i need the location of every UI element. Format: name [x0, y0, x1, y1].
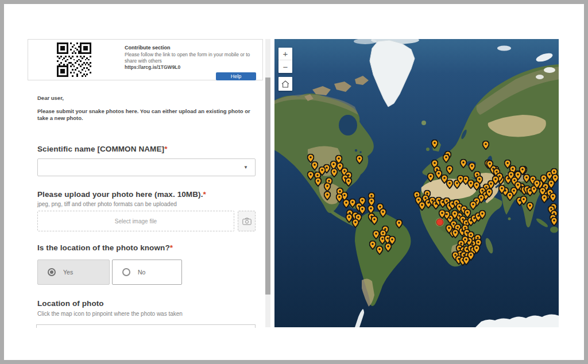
- snake-photo-pin[interactable]: [463, 256, 470, 266]
- snake-photo-pin[interactable]: [460, 159, 467, 169]
- chevron-down-icon: ▼: [243, 165, 248, 170]
- intro-text: Please submit your snake photos here. Yo…: [37, 108, 262, 122]
- snake-photo-pin[interactable]: [479, 210, 486, 220]
- home-button[interactable]: [278, 77, 292, 91]
- contribute-card: Contribute section Please follow the lin…: [28, 39, 263, 80]
- snake-photo-pin[interactable]: [504, 160, 512, 169]
- contribute-title: Contribute section: [125, 45, 171, 51]
- snake-photo-pin[interactable]: [533, 180, 541, 189]
- upload-placeholder: Select image file: [115, 218, 157, 224]
- scientific-name-select[interactable]: ▼: [37, 158, 256, 176]
- snake-photo-pin[interactable]: [385, 243, 392, 253]
- snake-photo-pin[interactable]: [352, 219, 359, 229]
- map-markers-layer: [274, 39, 559, 327]
- snake-photo-pin[interactable]: [527, 202, 534, 212]
- option-no-label: No: [138, 269, 145, 276]
- snake-photo-pin[interactable]: [482, 141, 490, 150]
- snake-photo-pin[interactable]: [457, 175, 465, 185]
- snake-photo-pin[interactable]: [427, 173, 435, 183]
- location-known-option-yes[interactable]: Yes: [37, 260, 110, 285]
- snake-photo-pin[interactable]: [470, 201, 477, 211]
- camera-icon: [242, 218, 252, 225]
- photo-location-input[interactable]: [36, 324, 256, 328]
- snake-photo-pin[interactable]: [396, 219, 403, 229]
- snake-photo-pin[interactable]: [371, 216, 378, 226]
- snake-photo-pin[interactable]: [446, 165, 454, 175]
- snake-photo-pin[interactable]: [324, 191, 331, 201]
- photo-location-hint: Click the map icon to pinpoint where the…: [37, 311, 183, 317]
- snake-photo-pin[interactable]: [498, 185, 506, 195]
- required-marker: *: [164, 145, 167, 153]
- snake-photo-pin[interactable]: [439, 210, 446, 219]
- snake-photo-pin[interactable]: [356, 155, 363, 165]
- home-icon: [281, 80, 289, 88]
- photo-upload-label: Please upload your photo here (max. 10MB…: [37, 190, 206, 199]
- form-scrollbar-thumb[interactable]: [265, 78, 270, 295]
- snake-photo-pin[interactable]: [486, 188, 493, 198]
- snake-photo-pin[interactable]: [443, 154, 450, 164]
- photo-upload-hint: jpeg, png, tiff and other photo formats …: [37, 201, 177, 207]
- photo-location-label: Location of photo: [37, 299, 104, 308]
- snake-photo-pin[interactable]: [550, 193, 557, 203]
- snake-photo-pin[interactable]: [345, 177, 353, 187]
- snake-photo-pin[interactable]: [380, 208, 387, 218]
- contribute-link[interactable]: https://arcg.is/1TGW9L0: [125, 64, 180, 70]
- snake-photo-pin[interactable]: [431, 140, 439, 149]
- map-panel[interactable]: + −: [274, 39, 559, 327]
- location-known-label: Is the location of the photo known?*: [37, 243, 173, 252]
- selected-location-dot: [436, 219, 444, 226]
- radio-selected-icon: [48, 268, 56, 276]
- zoom-out-button[interactable]: −: [278, 60, 292, 73]
- help-button[interactable]: Help: [216, 72, 256, 80]
- snake-photo-pin[interactable]: [486, 160, 494, 170]
- required-marker: *: [170, 243, 173, 252]
- zoom-widget: + −: [278, 48, 292, 73]
- snake-photo-pin[interactable]: [452, 229, 459, 239]
- form-scrollbar-track[interactable]: [265, 39, 270, 327]
- snake-photo-pin[interactable]: [541, 194, 548, 204]
- snake-photo-pin[interactable]: [446, 180, 454, 189]
- option-yes-label: Yes: [63, 269, 73, 276]
- snake-photo-pin[interactable]: [315, 177, 322, 187]
- qr-code: [57, 42, 91, 77]
- greeting-text: Dear user,: [37, 95, 64, 101]
- zoom-in-button[interactable]: +: [278, 48, 292, 60]
- snake-photo-pin[interactable]: [311, 161, 319, 171]
- app-window: Contribute section Please follow the lin…: [0, 0, 588, 364]
- location-known-option-no[interactable]: No: [112, 260, 182, 285]
- snake-photo-pin[interactable]: [419, 202, 426, 211]
- scientific-name-label: Scientific name [COMMON NAME]*: [37, 145, 168, 153]
- select-image-file-button[interactable]: Select image file: [37, 211, 234, 231]
- contribute-description: Please follow the link to open the form …: [125, 52, 261, 64]
- snake-photo-pin[interactable]: [319, 166, 326, 176]
- snake-photo-pin[interactable]: [331, 168, 338, 178]
- snake-photo-pin[interactable]: [551, 217, 558, 227]
- required-marker: *: [203, 190, 206, 199]
- radio-unselected-icon: [122, 268, 130, 276]
- snake-photo-pin[interactable]: [376, 246, 384, 255]
- take-photo-button[interactable]: [238, 211, 256, 231]
